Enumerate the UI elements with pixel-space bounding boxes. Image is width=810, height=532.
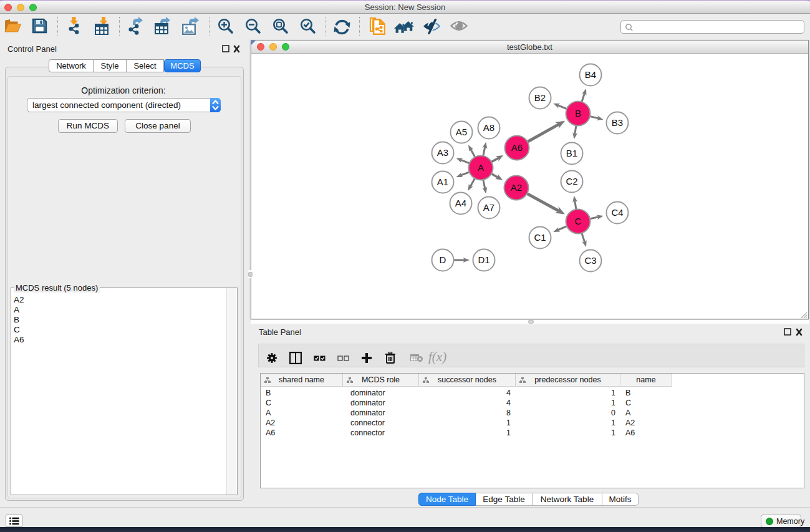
svg-text:C4: C4 [611, 207, 623, 218]
svg-text:B2: B2 [534, 92, 546, 103]
svg-text:C2: C2 [566, 176, 577, 186]
svg-text:A: A [478, 162, 484, 173]
svg-text:B: B [575, 108, 581, 118]
svg-text:D1: D1 [478, 254, 489, 265]
svg-text:B1: B1 [566, 148, 577, 158]
svg-text:C3: C3 [584, 255, 596, 266]
svg-text:A3: A3 [437, 147, 448, 158]
svg-text:A6: A6 [511, 142, 523, 153]
svg-text:B4: B4 [585, 69, 596, 80]
svg-text:A1: A1 [437, 177, 448, 187]
svg-text:A5: A5 [456, 127, 467, 137]
svg-text:A8: A8 [483, 122, 494, 133]
svg-text:f(x): f(x) [428, 351, 446, 364]
svg-text:A2: A2 [511, 182, 522, 193]
svg-text:B3: B3 [612, 117, 623, 128]
svg-text:C1: C1 [534, 232, 546, 243]
svg-text:D: D [440, 254, 446, 265]
svg-text:A7: A7 [483, 202, 494, 213]
svg-text:C: C [575, 216, 582, 226]
svg-text:A4: A4 [455, 198, 466, 208]
